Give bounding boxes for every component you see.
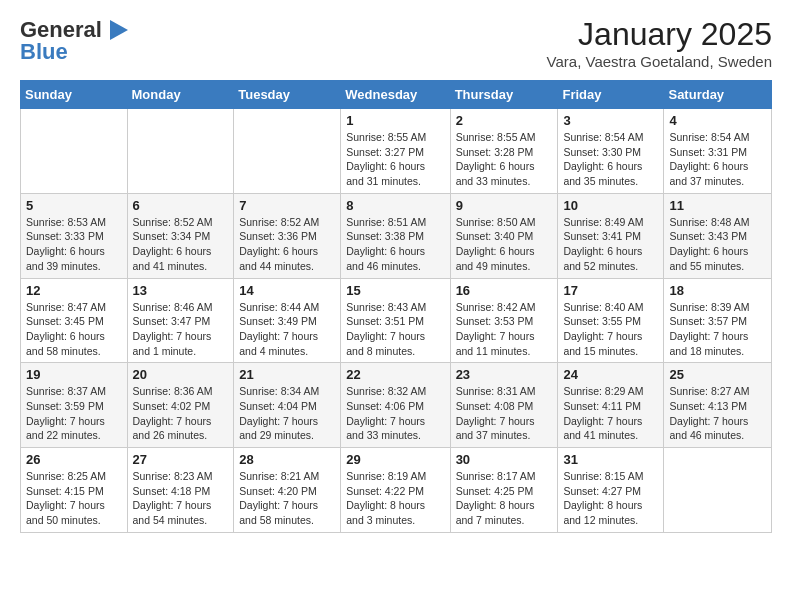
header-monday: Monday [127,81,234,109]
calendar-day-cell: 27Sunrise: 8:23 AMSunset: 4:18 PMDayligh… [127,448,234,533]
day-number: 8 [346,198,444,213]
day-info: Sunrise: 8:23 AMSunset: 4:18 PMDaylight:… [133,469,229,528]
logo-area: General Blue [20,16,132,64]
calendar-day-cell: 9Sunrise: 8:50 AMSunset: 3:40 PMDaylight… [450,193,558,278]
logo-icon [104,16,132,44]
calendar-week-row: 1Sunrise: 8:55 AMSunset: 3:27 PMDaylight… [21,109,772,194]
day-number: 19 [26,367,122,382]
svg-marker-0 [110,20,128,40]
day-number: 3 [563,113,658,128]
day-number: 6 [133,198,229,213]
calendar-day-cell [21,109,128,194]
day-info: Sunrise: 8:54 AMSunset: 3:30 PMDaylight:… [563,130,658,189]
calendar-day-cell: 13Sunrise: 8:46 AMSunset: 3:47 PMDayligh… [127,278,234,363]
day-info: Sunrise: 8:36 AMSunset: 4:02 PMDaylight:… [133,384,229,443]
weekday-header-row: Sunday Monday Tuesday Wednesday Thursday… [21,81,772,109]
day-info: Sunrise: 8:15 AMSunset: 4:27 PMDaylight:… [563,469,658,528]
day-number: 11 [669,198,766,213]
day-number: 24 [563,367,658,382]
day-number: 31 [563,452,658,467]
day-info: Sunrise: 8:48 AMSunset: 3:43 PMDaylight:… [669,215,766,274]
day-info: Sunrise: 8:47 AMSunset: 3:45 PMDaylight:… [26,300,122,359]
calendar-day-cell: 5Sunrise: 8:53 AMSunset: 3:33 PMDaylight… [21,193,128,278]
calendar-day-cell: 2Sunrise: 8:55 AMSunset: 3:28 PMDaylight… [450,109,558,194]
day-number: 27 [133,452,229,467]
day-number: 30 [456,452,553,467]
calendar-day-cell [234,109,341,194]
day-number: 25 [669,367,766,382]
day-number: 22 [346,367,444,382]
day-number: 26 [26,452,122,467]
day-number: 17 [563,283,658,298]
day-number: 1 [346,113,444,128]
calendar-day-cell: 14Sunrise: 8:44 AMSunset: 3:49 PMDayligh… [234,278,341,363]
day-number: 9 [456,198,553,213]
calendar-subtitle: Vara, Vaestra Goetaland, Sweden [547,53,772,70]
day-number: 12 [26,283,122,298]
calendar-day-cell: 15Sunrise: 8:43 AMSunset: 3:51 PMDayligh… [341,278,450,363]
calendar-day-cell: 22Sunrise: 8:32 AMSunset: 4:06 PMDayligh… [341,363,450,448]
day-info: Sunrise: 8:40 AMSunset: 3:55 PMDaylight:… [563,300,658,359]
calendar-week-row: 26Sunrise: 8:25 AMSunset: 4:15 PMDayligh… [21,448,772,533]
day-info: Sunrise: 8:27 AMSunset: 4:13 PMDaylight:… [669,384,766,443]
day-info: Sunrise: 8:42 AMSunset: 3:53 PMDaylight:… [456,300,553,359]
day-info: Sunrise: 8:39 AMSunset: 3:57 PMDaylight:… [669,300,766,359]
day-info: Sunrise: 8:46 AMSunset: 3:47 PMDaylight:… [133,300,229,359]
calendar-day-cell: 7Sunrise: 8:52 AMSunset: 3:36 PMDaylight… [234,193,341,278]
calendar-day-cell [664,448,772,533]
calendar-day-cell: 24Sunrise: 8:29 AMSunset: 4:11 PMDayligh… [558,363,664,448]
day-info: Sunrise: 8:55 AMSunset: 3:28 PMDaylight:… [456,130,553,189]
day-number: 16 [456,283,553,298]
day-info: Sunrise: 8:53 AMSunset: 3:33 PMDaylight:… [26,215,122,274]
day-info: Sunrise: 8:31 AMSunset: 4:08 PMDaylight:… [456,384,553,443]
day-info: Sunrise: 8:44 AMSunset: 3:49 PMDaylight:… [239,300,335,359]
day-number: 4 [669,113,766,128]
day-number: 20 [133,367,229,382]
calendar-week-row: 5Sunrise: 8:53 AMSunset: 3:33 PMDaylight… [21,193,772,278]
day-number: 13 [133,283,229,298]
calendar-title: January 2025 [547,16,772,53]
day-number: 14 [239,283,335,298]
calendar-day-cell: 1Sunrise: 8:55 AMSunset: 3:27 PMDaylight… [341,109,450,194]
calendar-day-cell: 31Sunrise: 8:15 AMSunset: 4:27 PMDayligh… [558,448,664,533]
calendar-day-cell: 29Sunrise: 8:19 AMSunset: 4:22 PMDayligh… [341,448,450,533]
calendar-day-cell: 8Sunrise: 8:51 AMSunset: 3:38 PMDaylight… [341,193,450,278]
header-tuesday: Tuesday [234,81,341,109]
header: General Blue January 2025 Vara, Vaestra … [20,16,772,70]
calendar-week-row: 12Sunrise: 8:47 AMSunset: 3:45 PMDayligh… [21,278,772,363]
day-number: 5 [26,198,122,213]
day-info: Sunrise: 8:50 AMSunset: 3:40 PMDaylight:… [456,215,553,274]
day-number: 28 [239,452,335,467]
day-info: Sunrise: 8:51 AMSunset: 3:38 PMDaylight:… [346,215,444,274]
title-area: January 2025 Vara, Vaestra Goetaland, Sw… [547,16,772,70]
calendar-day-cell: 17Sunrise: 8:40 AMSunset: 3:55 PMDayligh… [558,278,664,363]
calendar-page: General Blue January 2025 Vara, Vaestra … [0,0,792,553]
day-number: 7 [239,198,335,213]
day-info: Sunrise: 8:19 AMSunset: 4:22 PMDaylight:… [346,469,444,528]
header-thursday: Thursday [450,81,558,109]
day-number: 29 [346,452,444,467]
day-info: Sunrise: 8:49 AMSunset: 3:41 PMDaylight:… [563,215,658,274]
calendar-day-cell: 23Sunrise: 8:31 AMSunset: 4:08 PMDayligh… [450,363,558,448]
day-number: 10 [563,198,658,213]
calendar-day-cell: 12Sunrise: 8:47 AMSunset: 3:45 PMDayligh… [21,278,128,363]
calendar-day-cell: 28Sunrise: 8:21 AMSunset: 4:20 PMDayligh… [234,448,341,533]
calendar-day-cell: 25Sunrise: 8:27 AMSunset: 4:13 PMDayligh… [664,363,772,448]
day-info: Sunrise: 8:29 AMSunset: 4:11 PMDaylight:… [563,384,658,443]
day-number: 23 [456,367,553,382]
calendar-table: Sunday Monday Tuesday Wednesday Thursday… [20,80,772,533]
calendar-day-cell: 20Sunrise: 8:36 AMSunset: 4:02 PMDayligh… [127,363,234,448]
day-info: Sunrise: 8:55 AMSunset: 3:27 PMDaylight:… [346,130,444,189]
calendar-day-cell: 3Sunrise: 8:54 AMSunset: 3:30 PMDaylight… [558,109,664,194]
day-info: Sunrise: 8:37 AMSunset: 3:59 PMDaylight:… [26,384,122,443]
calendar-day-cell: 21Sunrise: 8:34 AMSunset: 4:04 PMDayligh… [234,363,341,448]
day-info: Sunrise: 8:54 AMSunset: 3:31 PMDaylight:… [669,130,766,189]
calendar-day-cell [127,109,234,194]
calendar-day-cell: 6Sunrise: 8:52 AMSunset: 3:34 PMDaylight… [127,193,234,278]
day-info: Sunrise: 8:17 AMSunset: 4:25 PMDaylight:… [456,469,553,528]
day-info: Sunrise: 8:43 AMSunset: 3:51 PMDaylight:… [346,300,444,359]
day-info: Sunrise: 8:25 AMSunset: 4:15 PMDaylight:… [26,469,122,528]
day-number: 2 [456,113,553,128]
day-info: Sunrise: 8:21 AMSunset: 4:20 PMDaylight:… [239,469,335,528]
header-wednesday: Wednesday [341,81,450,109]
